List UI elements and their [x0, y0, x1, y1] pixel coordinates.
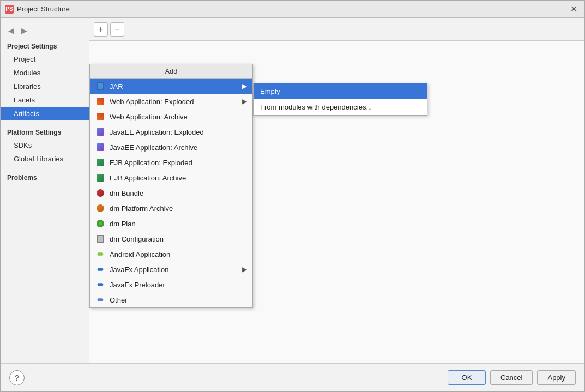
forward-button[interactable]: ▶: [18, 25, 30, 37]
menu-item-ejb-archive[interactable]: EJB Application: Archive: [90, 170, 252, 185]
menu-item-dm-bundle[interactable]: dm Bundle: [90, 185, 252, 201]
toolbar: + −: [89, 18, 584, 41]
sidebar-item-facets[interactable]: Facets: [1, 93, 89, 107]
dm-plan-icon: [95, 219, 105, 228]
menu-item-dm-platform-label: dm Platform Archive: [110, 204, 173, 213]
app-icon: PS: [5, 5, 14, 14]
window-title: Project Structure: [17, 5, 567, 13]
sidebar-item-global-libraries[interactable]: Global Libraries: [1, 152, 89, 166]
sidebar-item-artifacts[interactable]: Artifacts: [1, 107, 89, 120]
submenu-item-empty-label: Empty: [260, 87, 280, 95]
other-icon: [95, 295, 105, 305]
menu-item-dm-config[interactable]: dm Configuration: [90, 231, 252, 246]
menu-item-ejb-archive-label: EJB Application: Archive: [110, 174, 186, 182]
jar-icon: [95, 81, 105, 91]
title-bar: PS Project Structure ✕: [1, 1, 584, 18]
menu-item-ejb-exploded-label: EJB Application: Exploded: [110, 159, 192, 167]
sidebar-item-sdks[interactable]: SDKs: [1, 138, 89, 152]
bottom-bar: ? OK Cancel Apply: [1, 363, 584, 391]
menu-item-javafx[interactable]: JavaFx Application ▶: [90, 262, 252, 277]
menu-item-web-archive[interactable]: Web Application: Archive: [90, 109, 252, 124]
menu-item-jar[interactable]: JAR ▶: [90, 79, 252, 94]
web-exploded-arrow-icon: ▶: [242, 98, 247, 105]
menu-item-javafx-label: JavaFx Application: [110, 266, 168, 274]
ejb-archive-icon: [95, 173, 105, 183]
menu-item-web-exploded-label: Web Application: Exploded: [110, 98, 194, 106]
javafx-icon: [95, 264, 105, 274]
menu-item-javaee-archive-label: JavaEE Application: Archive: [110, 143, 197, 152]
menu-item-other-label: Other: [110, 296, 128, 304]
menu-item-web-exploded[interactable]: Web Application: Exploded ▶: [90, 94, 252, 109]
project-settings-label: Project Settings: [1, 39, 89, 52]
android-icon: [95, 249, 105, 259]
submenu-item-from-modules-label: From modules with dependencies...: [260, 103, 372, 111]
javaee-archive-icon: [95, 142, 105, 152]
menu-item-javafx-preloader[interactable]: JavaFx Preloader: [90, 277, 252, 292]
menu-item-jar-label: JAR: [110, 82, 123, 91]
right-panel: + − Add JAR ▶: [89, 18, 584, 363]
jar-submenu: Empty From modules with dependencies...: [253, 83, 427, 116]
apply-button[interactable]: Apply: [537, 370, 576, 385]
menu-item-other[interactable]: Other: [90, 292, 252, 307]
sidebar-item-modules[interactable]: Modules: [1, 66, 89, 80]
menu-item-dm-platform[interactable]: dm Platform Archive: [90, 201, 252, 216]
dm-config-icon: [95, 234, 105, 244]
javafx-arrow-icon: ▶: [242, 266, 247, 273]
sidebar-item-project[interactable]: Project: [1, 52, 89, 66]
menu-item-web-archive-label: Web Application: Archive: [110, 113, 188, 121]
back-button[interactable]: ◀: [5, 25, 17, 37]
menu-item-dm-bundle-label: dm Bundle: [110, 189, 143, 197]
sidebar: ◀ ▶ Project Settings Project Modules Lib…: [1, 18, 89, 363]
sidebar-divider-2: [1, 168, 89, 168]
close-button[interactable]: ✕: [567, 3, 580, 16]
web-archive-icon: [95, 112, 105, 122]
menu-item-dm-plan-label: dm Plan: [110, 220, 136, 228]
menu-item-javafx-preloader-label: JavaFx Preloader: [110, 281, 165, 289]
submenu-item-from-modules[interactable]: From modules with dependencies...: [254, 99, 427, 115]
remove-button[interactable]: −: [110, 22, 124, 37]
menu-item-javaee-archive[interactable]: JavaEE Application: Archive: [90, 140, 252, 155]
menu-item-javaee-exploded[interactable]: JavaEE Application: Exploded: [90, 124, 252, 140]
javafx-preloader-icon: [95, 280, 105, 290]
menu-item-android-label: Android Application: [110, 250, 170, 258]
sidebar-divider: [1, 123, 89, 123]
platform-settings-label: Platform Settings: [1, 125, 89, 138]
cancel-button[interactable]: Cancel: [490, 370, 533, 385]
javaee-exploded-icon: [95, 127, 105, 137]
panel-body: Add JAR ▶ Web Application: [89, 41, 584, 363]
nav-arrows: ◀ ▶: [1, 22, 89, 39]
project-structure-window: PS Project Structure ✕ ◀ ▶ Project Setti…: [0, 0, 585, 392]
menu-item-javaee-exploded-label: JavaEE Application: Exploded: [110, 128, 204, 136]
add-dropdown-header: Add: [90, 64, 252, 79]
problems-label: Problems: [1, 171, 89, 184]
submenu-item-empty[interactable]: Empty: [254, 83, 427, 99]
add-button[interactable]: +: [94, 22, 108, 37]
web-exploded-icon: [95, 97, 105, 106]
dm-bundle-icon: [95, 188, 105, 198]
menu-item-dm-config-label: dm Configuration: [110, 235, 164, 243]
menu-item-dm-plan[interactable]: dm Plan: [90, 216, 252, 231]
main-content: ◀ ▶ Project Settings Project Modules Lib…: [1, 18, 584, 363]
dm-platform-icon: [95, 203, 105, 213]
ok-button[interactable]: OK: [448, 370, 486, 385]
ejb-exploded-icon: [95, 158, 105, 167]
menu-item-android[interactable]: Android Application: [90, 246, 252, 262]
sidebar-item-libraries[interactable]: Libraries: [1, 80, 89, 93]
jar-arrow-icon: ▶: [242, 82, 247, 90]
help-button[interactable]: ?: [9, 370, 25, 385]
menu-item-ejb-exploded[interactable]: EJB Application: Exploded: [90, 155, 252, 170]
add-dropdown: Add JAR ▶ Web Application: [89, 64, 253, 308]
